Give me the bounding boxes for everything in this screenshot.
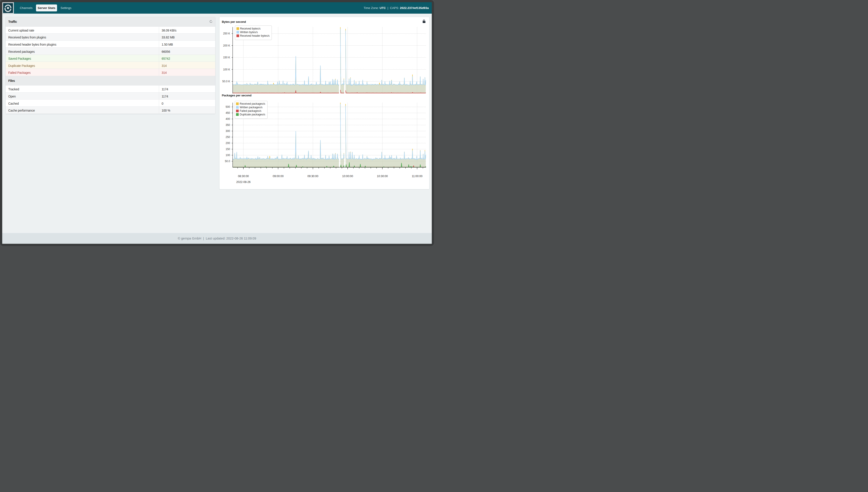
svg-text:09:00:00: 09:00:00: [273, 175, 284, 178]
svg-text:2022-08-26: 2022-08-26: [236, 180, 250, 183]
svg-text:50.0: 50.0: [225, 160, 230, 163]
svg-text:250 K: 250 K: [223, 32, 230, 35]
svg-text:400: 400: [225, 117, 230, 121]
svg-text:200 K: 200 K: [223, 44, 230, 47]
svg-text:450: 450: [225, 112, 230, 115]
svg-text:09:30:00: 09:30:00: [307, 175, 318, 178]
svg-text:150 K: 150 K: [223, 56, 230, 59]
svg-text:300: 300: [225, 129, 230, 132]
svg-text:250: 250: [225, 136, 230, 139]
svg-text:11:00:00: 11:00:00: [412, 175, 423, 178]
svg-text:100: 100: [225, 154, 230, 157]
svg-text:350: 350: [225, 123, 230, 127]
svg-text:200: 200: [225, 142, 230, 145]
svg-text:150: 150: [225, 148, 230, 151]
svg-text:10:30:00: 10:30:00: [377, 175, 388, 178]
svg-text:50.0 K: 50.0 K: [222, 80, 230, 83]
svg-text:500: 500: [225, 105, 230, 108]
svg-text:10:00:00: 10:00:00: [342, 175, 353, 178]
svg-text:08:30:00: 08:30:00: [238, 175, 249, 178]
svg-text:100 K: 100 K: [223, 68, 230, 71]
